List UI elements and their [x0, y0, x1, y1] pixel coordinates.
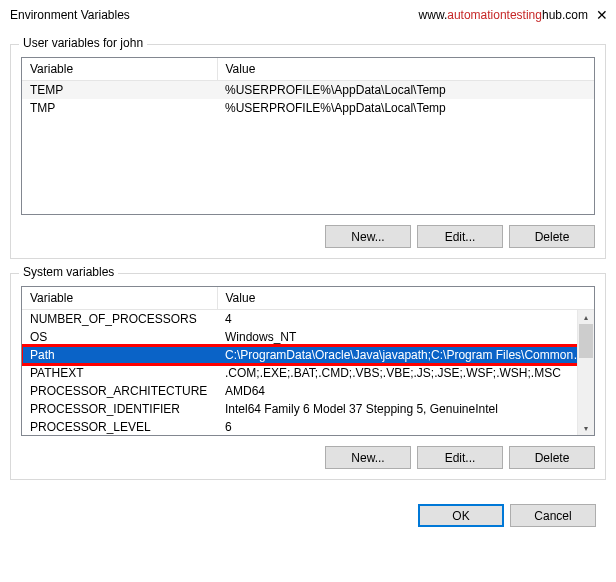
user-edit-button[interactable]: Edit...	[417, 225, 503, 248]
system-variables-table[interactable]: Variable Value NUMBER_OF_PROCESSORS 4 OS…	[21, 286, 595, 436]
table-row[interactable]: TMP %USERPROFILE%\AppData\Local\Temp	[22, 99, 594, 117]
table-row[interactable]: OS Windows_NT	[22, 328, 594, 346]
system-variables-group: System variables Variable Value NUMBER_O…	[10, 273, 606, 480]
close-icon[interactable]: ✕	[596, 8, 608, 22]
scrollbar-thumb[interactable]	[579, 324, 593, 358]
cancel-button[interactable]: Cancel	[510, 504, 596, 527]
table-row[interactable]: PATHEXT .COM;.EXE;.BAT;.CMD;.VBS;.VBE;.J…	[22, 364, 594, 382]
scroll-down-icon[interactable]: ▾	[578, 421, 594, 435]
table-row[interactable]: PROCESSOR_IDENTIFIER Intel64 Family 6 Mo…	[22, 400, 594, 418]
user-variables-legend: User variables for john	[19, 36, 147, 50]
watermark: www.automationtestinghub.com	[419, 8, 588, 22]
table-row[interactable]: PROCESSOR_LEVEL 6	[22, 418, 594, 436]
scroll-up-icon[interactable]: ▴	[578, 310, 594, 324]
column-header-variable[interactable]: Variable	[22, 58, 217, 81]
system-new-button[interactable]: New...	[325, 446, 411, 469]
column-header-variable[interactable]: Variable	[22, 287, 217, 310]
ok-button[interactable]: OK	[418, 504, 504, 527]
title-bar: Environment Variables www.automationtest…	[0, 0, 616, 28]
column-header-value[interactable]: Value	[217, 58, 594, 81]
table-row-selected[interactable]: Path C:\ProgramData\Oracle\Java\javapath…	[22, 346, 594, 364]
user-variables-group: User variables for john Variable Value T…	[10, 44, 606, 259]
column-header-value[interactable]: Value	[217, 287, 594, 310]
system-delete-button[interactable]: Delete	[509, 446, 595, 469]
table-row[interactable]: PROCESSOR_ARCHITECTURE AMD64	[22, 382, 594, 400]
table-row[interactable]: NUMBER_OF_PROCESSORS 4	[22, 310, 594, 329]
scrollbar-vertical[interactable]: ▴ ▾	[577, 310, 594, 435]
table-row[interactable]: TEMP %USERPROFILE%\AppData\Local\Temp	[22, 81, 594, 100]
user-new-button[interactable]: New...	[325, 225, 411, 248]
system-variables-legend: System variables	[19, 265, 118, 279]
user-variables-table[interactable]: Variable Value TEMP %USERPROFILE%\AppDat…	[21, 57, 595, 215]
user-delete-button[interactable]: Delete	[509, 225, 595, 248]
window-title: Environment Variables	[10, 8, 419, 22]
system-edit-button[interactable]: Edit...	[417, 446, 503, 469]
